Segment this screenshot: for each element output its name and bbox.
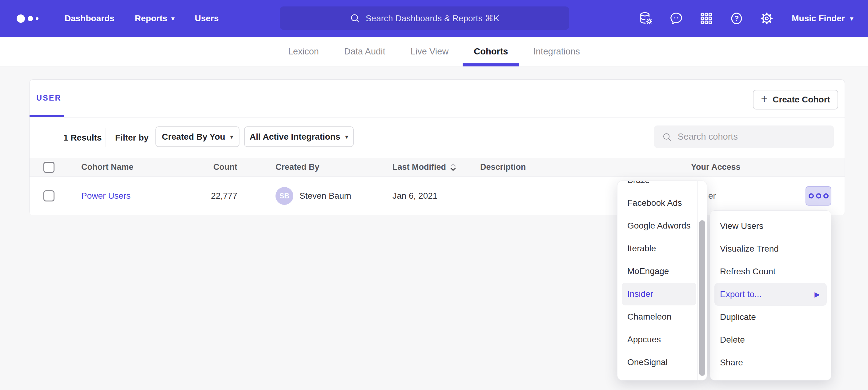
menu-item-view-users[interactable]: View Users — [710, 215, 831, 237]
nav-item-dashboards[interactable]: Dashboards — [65, 13, 115, 23]
column-header-count[interactable]: Count — [190, 158, 237, 176]
plus-icon: + — [761, 93, 767, 105]
settings-gear-icon[interactable] — [760, 11, 774, 26]
submenu-item-label: Insider — [627, 289, 653, 299]
column-header-your-access[interactable]: Your Access — [691, 158, 741, 176]
menu-item-delete[interactable]: Delete — [710, 328, 831, 351]
sort-icon[interactable] — [450, 163, 457, 172]
ellipsis-dot-icon — [824, 193, 829, 199]
submenu-item-iterable[interactable]: Iterable — [617, 237, 698, 260]
submenu-item-insider[interactable]: Insider — [622, 283, 696, 305]
submenu-item-label: Chameleon — [627, 312, 671, 322]
section-tabs: Lexicon Data Audit Live View Cohorts Int… — [0, 37, 868, 66]
row-checkbox[interactable] — [43, 190, 55, 201]
cohort-type-tab-user[interactable]: USER — [36, 80, 61, 116]
submenu-item-label: MoEngage — [627, 266, 669, 276]
created-by-filter-dropdown[interactable]: Created By You ▾ — [155, 126, 240, 147]
global-search-input[interactable]: Search Dashboards & Reports ⌘K — [280, 6, 569, 30]
nav-item-reports[interactable]: Reports▾ — [135, 13, 175, 23]
submenu-item-chameleon[interactable]: Chameleon — [617, 305, 698, 328]
nav-item-users[interactable]: Users — [195, 13, 219, 23]
row-actions-button[interactable] — [806, 186, 831, 206]
project-name: Music Finder — [792, 13, 845, 23]
data-settings-icon[interactable] — [639, 11, 653, 26]
mixpanel-logo[interactable] — [17, 14, 54, 23]
cohort-name-link[interactable]: Power Users — [81, 191, 130, 201]
menu-item-duplicate[interactable]: Duplicate — [710, 306, 831, 328]
your-access-value-partially-occluded: er — [708, 176, 716, 215]
tab-label: Live View — [411, 46, 449, 57]
create-cohort-button[interactable]: + Create Cohort — [753, 90, 838, 109]
submenu-item-facebook-ads[interactable]: Facebook Ads — [617, 192, 698, 215]
help-icon[interactable]: ? — [730, 11, 744, 26]
tab-integrations[interactable]: Integrations — [522, 37, 591, 66]
project-switcher[interactable]: Music Finder ▾ — [792, 13, 853, 23]
menu-item-visualize-trend[interactable]: Visualize Trend — [710, 237, 831, 260]
menu-item-export-to[interactable]: Export to... ▶ — [714, 283, 827, 306]
menu-item-label: Visualize Trend — [720, 244, 779, 254]
column-header-created-by[interactable]: Created By — [276, 158, 319, 176]
menu-item-label: Duplicate — [720, 312, 756, 322]
divider — [30, 117, 845, 118]
column-label: Last Modified — [393, 162, 446, 172]
export-to-submenu-list: Braze Facebook Ads Google Adwords Iterab… — [617, 181, 698, 380]
row-context-menu: View Users Visualize Trend Refresh Count… — [710, 210, 831, 381]
tab-label: Integrations — [533, 46, 580, 57]
create-cohort-label: Create Cohort — [773, 95, 830, 105]
results-count: 1 Results — [63, 118, 102, 158]
column-label: Your Access — [691, 162, 741, 172]
top-navbar: Dashboards Reports▾ Users Search Dashboa… — [0, 0, 868, 37]
chevron-down-icon: ▾ — [230, 133, 233, 140]
dropdown-value: Created By You — [162, 132, 225, 142]
search-icon — [350, 13, 360, 23]
submenu-scrollbar-thumb[interactable] — [699, 220, 705, 376]
table-row: Power Users 22,777 SB Steven Baum Jan 6,… — [30, 176, 845, 215]
tab-label: Lexicon — [288, 46, 319, 57]
nav-item-label: Users — [195, 13, 219, 23]
tab-label: Cohorts — [474, 46, 508, 57]
navbar-actions: ? Music Finder ▾ — [639, 0, 853, 37]
column-label: Cohort Name — [81, 162, 133, 172]
submenu-arrow-icon: ▶ — [814, 291, 820, 298]
column-header-last-modified[interactable]: Last Modified — [393, 158, 457, 176]
logo-dot-medium — [28, 16, 33, 21]
column-header-description[interactable]: Description — [480, 158, 526, 176]
apps-grid-icon[interactable] — [699, 11, 713, 26]
tab-data-audit[interactable]: Data Audit — [333, 37, 397, 66]
select-all-checkbox[interactable] — [43, 162, 55, 173]
column-header-cohort-name[interactable]: Cohort Name — [81, 158, 133, 176]
chevron-down-icon: ▾ — [345, 133, 348, 140]
submenu-item-label: Braze — [627, 181, 650, 185]
cohort-type-label: USER — [36, 94, 61, 102]
nav-item-label: Dashboards — [65, 13, 115, 23]
submenu-item-label: OneSignal — [627, 357, 668, 367]
integrations-filter-dropdown[interactable]: All Active Integrations ▾ — [244, 126, 354, 147]
created-by-name: Steven Baum — [300, 176, 351, 215]
submenu-item-braze[interactable]: Braze — [617, 181, 698, 192]
tab-lexicon[interactable]: Lexicon — [277, 37, 330, 66]
menu-item-share[interactable]: Share — [710, 351, 831, 374]
menu-item-refresh-count[interactable]: Refresh Count — [710, 260, 831, 283]
submenu-item-label: Iterable — [627, 243, 656, 254]
submenu-item-onesignal[interactable]: OneSignal — [617, 351, 698, 374]
submenu-item-moengage[interactable]: MoEngage — [617, 260, 698, 283]
filter-by-label: Filter by — [115, 118, 149, 158]
search-icon — [662, 132, 672, 142]
feedback-icon[interactable] — [669, 11, 683, 26]
menu-item-label: Delete — [720, 335, 745, 345]
table-header: Cohort Name Count Created By Last Modifi… — [30, 158, 845, 176]
column-label: Description — [480, 162, 526, 172]
tab-cohorts[interactable]: Cohorts — [463, 37, 519, 66]
submenu-item-label: Google Adwords — [627, 221, 690, 231]
submenu-item-appcues[interactable]: Appcues — [617, 328, 698, 351]
logo-dot-large — [17, 14, 25, 23]
ellipsis-dot-icon — [816, 193, 821, 199]
chevron-down-icon: ▾ — [850, 15, 853, 22]
menu-item-label: Export to... — [720, 289, 762, 299]
cohort-search-input[interactable] — [677, 131, 826, 142]
ellipsis-dot-icon — [809, 193, 814, 199]
submenu-item-google-adwords[interactable]: Google Adwords — [617, 215, 698, 237]
app-root: Dashboards Reports▾ Users Search Dashboa… — [0, 0, 868, 390]
tab-live-view[interactable]: Live View — [400, 37, 460, 66]
submenu-scrollbar-track[interactable] — [698, 181, 707, 380]
